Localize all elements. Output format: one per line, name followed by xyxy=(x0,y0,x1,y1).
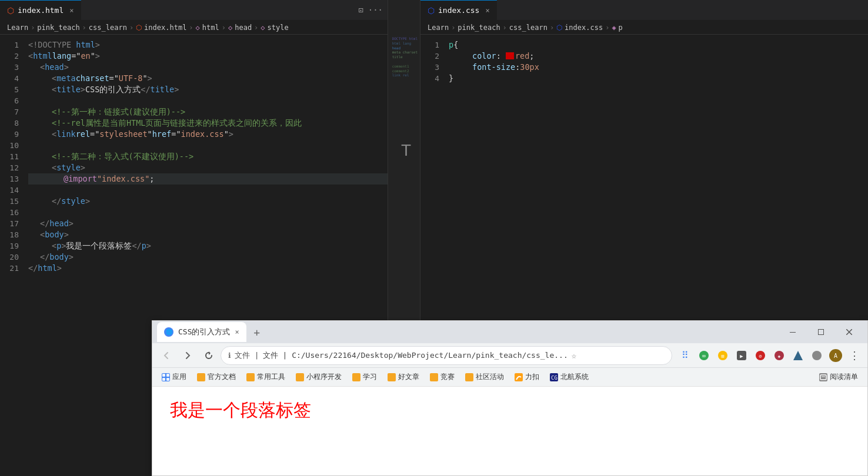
bookmark-beihang[interactable]: CG 北航系统 xyxy=(545,371,593,383)
bookmark-jingsai[interactable]: 竞赛 xyxy=(425,371,459,383)
tab-html-close[interactable]: × xyxy=(69,6,74,15)
bookmark-apps[interactable]: 应用 xyxy=(157,371,191,383)
ext-icon-3[interactable]: ▶ xyxy=(733,347,750,364)
ext-apps-icon[interactable]: ⠿ xyxy=(677,347,693,364)
ext-icon-6[interactable] xyxy=(790,347,806,364)
left-code-area: 12345 678910 1112131415 1617181920 21 <!… xyxy=(0,35,388,323)
split-editor-icon[interactable]: ⊡ xyxy=(358,5,363,15)
code-line-5: <title>CSS的引入方式</title> xyxy=(28,84,388,95)
breadcrumb-pink-teach[interactable]: pink_teach xyxy=(37,24,79,32)
left-breadcrumb: Learn › pink_teach › css_learn › ⬡ index… xyxy=(0,21,388,35)
breadcrumb-css-learn[interactable]: css_learn xyxy=(89,24,127,32)
code-line-6 xyxy=(28,95,388,106)
breadcrumb-style[interactable]: style xyxy=(268,24,289,32)
browser-tab-title: CSS的引入方式 xyxy=(178,327,230,337)
more-actions-icon[interactable]: ··· xyxy=(368,5,383,15)
browser-content: 我是一个段落标签 xyxy=(152,387,867,475)
bookmark-yuedu-icon xyxy=(819,373,827,381)
svg-text:◈: ◈ xyxy=(778,354,781,359)
tab-css-close[interactable]: × xyxy=(485,6,489,15)
tab-index-html[interactable]: ⬡ index.html × xyxy=(0,0,81,21)
bookmark-xuexi[interactable]: 学习 xyxy=(348,371,382,383)
css-line-1: p{ xyxy=(449,39,868,51)
ext-menu[interactable]: ⋮ xyxy=(846,347,863,364)
address-bookmark-icon[interactable]: ☆ xyxy=(572,351,576,360)
browser-address-bar[interactable]: ℹ 文件 | 文件 | C:/Users/22164/Desktop/WebPr… xyxy=(221,346,672,365)
right-breadcrumb-css-icon: ⬡ xyxy=(556,24,562,32)
browser-back-button[interactable] xyxy=(157,346,176,365)
browser-extensions: ⠿ ∞ ⊞ ▶ ⊘ ◈ A ⋮ xyxy=(675,347,863,364)
minimap-left: DOCTYPE html html lang head meta charset… xyxy=(388,0,420,323)
code-line-14 xyxy=(28,185,388,196)
tab-index-css[interactable]: ⬡ index.css × xyxy=(420,0,497,21)
breadcrumb-index-html[interactable]: index.html xyxy=(144,24,186,32)
code-line-21: </html> xyxy=(28,263,388,274)
bookmark-shequ[interactable]: 社区活动 xyxy=(460,371,509,383)
code-line-17: </head> xyxy=(28,218,388,229)
bookmark-guanfang-label: 官方文档 xyxy=(208,372,236,382)
browser-window: 🌐 CSS的引入方式 × + ℹ xyxy=(152,320,868,476)
ext-avatar[interactable]: A xyxy=(827,347,844,364)
bookmark-likou-icon xyxy=(515,373,523,381)
bookmark-changyonggongju[interactable]: 常用工具 xyxy=(242,371,290,383)
right-breadcrumb-p[interactable]: p xyxy=(619,24,623,32)
bookmark-shequ-label: 社区活动 xyxy=(476,372,504,382)
svg-rect-24 xyxy=(820,375,826,380)
svg-rect-22 xyxy=(166,378,169,381)
svg-point-16 xyxy=(812,351,822,360)
html-file-icon: ⬡ xyxy=(7,6,14,15)
svg-rect-1 xyxy=(819,330,824,335)
code-line-15: </style> xyxy=(28,196,388,207)
svg-marker-4 xyxy=(209,351,211,355)
address-file-label: 文件 | xyxy=(235,350,259,361)
svg-rect-0 xyxy=(790,332,796,333)
right-breadcrumb-css-learn[interactable]: css_learn xyxy=(509,24,547,32)
breadcrumb-head-tag-icon: ◇ xyxy=(228,24,232,32)
browser-titlebar: 🌐 CSS的引入方式 × + xyxy=(152,321,867,343)
bookmark-xiaochengxu-icon xyxy=(296,373,304,381)
browser-maximize-button[interactable] xyxy=(807,323,834,341)
ext-icon-4[interactable]: ⊘ xyxy=(752,347,769,364)
bookmark-xiaochengxu[interactable]: 小程序开发 xyxy=(291,371,346,383)
breadcrumb-learn[interactable]: Learn xyxy=(7,24,28,32)
browser-minimize-button[interactable] xyxy=(779,323,806,341)
browser-tab[interactable]: 🌐 CSS的引入方式 × xyxy=(157,322,246,342)
ext-icon-2[interactable]: ⊞ xyxy=(715,347,731,364)
right-breadcrumb-index-css[interactable]: index.css xyxy=(565,24,603,32)
ext-icon-7[interactable] xyxy=(809,347,825,364)
browser-tab-favicon: 🌐 xyxy=(164,327,173,337)
bookmark-haowenzhang[interactable]: 好文章 xyxy=(383,371,424,383)
css-file-icon: ⬡ xyxy=(428,6,435,15)
browser-forward-button[interactable] xyxy=(178,346,197,365)
right-breadcrumb-pink-teach[interactable]: pink_teach xyxy=(458,24,500,32)
svg-text:⊘: ⊘ xyxy=(759,353,762,359)
bookmark-apps-icon xyxy=(162,373,170,381)
right-editor: ⬡ index.css × Learn › pink_teach › css_l… xyxy=(420,0,868,323)
code-line-13: @import "index.css"; xyxy=(28,173,388,185)
breadcrumb-html[interactable]: html xyxy=(202,24,219,32)
right-breadcrumb-learn[interactable]: Learn xyxy=(428,24,449,32)
bookmark-xiaochengxu-label: 小程序开发 xyxy=(306,372,342,382)
svg-rect-19 xyxy=(162,374,165,377)
code-line-9: <link rel="stylesheet" href="index.css"> xyxy=(28,129,388,140)
bookmark-guanfangwendang[interactable]: 官方文档 xyxy=(192,371,241,383)
browser-tab-close[interactable]: × xyxy=(235,328,239,336)
ext-icon-1[interactable]: ∞ xyxy=(696,347,712,364)
bookmark-yuedu[interactable]: 阅读清单 xyxy=(814,371,863,383)
breadcrumb-head[interactable]: head xyxy=(235,24,252,32)
browser-close-button[interactable] xyxy=(836,323,863,341)
editor-actions: ⊡ ··· xyxy=(358,5,388,15)
right-breadcrumb-p-icon: ◈ xyxy=(612,24,616,32)
right-code-content[interactable]: p{ color: red; font-size:30px } xyxy=(444,35,868,323)
ext-icon-5[interactable]: ◈ xyxy=(771,347,787,364)
breadcrumb-style-tag-icon: ◇ xyxy=(261,24,265,32)
address-secure-icon: ℹ xyxy=(228,351,231,360)
bookmark-likou[interactable]: 力扣 xyxy=(510,371,544,383)
bookmark-jingsai-label: 竞赛 xyxy=(440,372,455,382)
bookmark-xuexi-label: 学习 xyxy=(363,372,377,382)
browser-refresh-button[interactable] xyxy=(199,346,218,365)
left-code-content[interactable]: <!DOCTYPE html> <html lang="en"> <head> … xyxy=(24,35,388,323)
breadcrumb-html-tag-icon: ◇ xyxy=(196,24,200,32)
svg-text:A: A xyxy=(834,353,837,359)
browser-new-tab-button[interactable]: + xyxy=(249,324,265,340)
